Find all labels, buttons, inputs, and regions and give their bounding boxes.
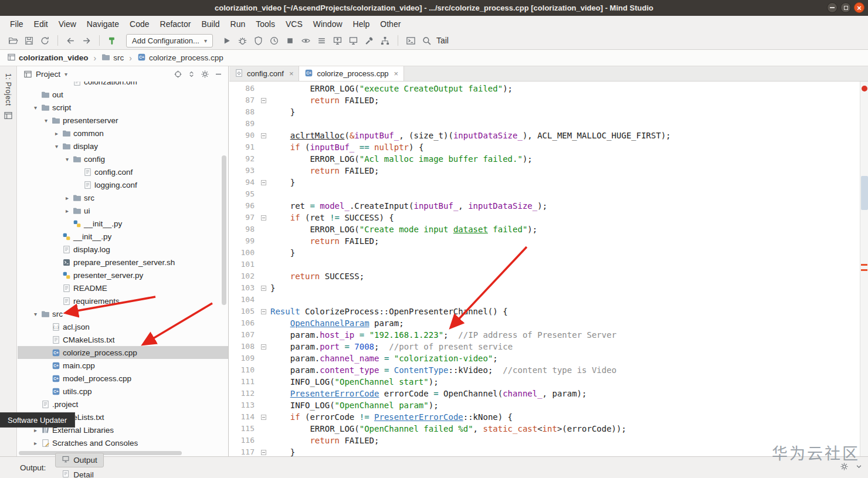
tree-item-init-py[interactable]: __init__.py [18,230,228,243]
line-number[interactable]: 89 [229,118,259,130]
code-line-116[interactable]: 116 return FAILED; [229,435,860,446]
menu-view[interactable]: View [53,16,82,32]
code-line-108[interactable]: 108 param.port = 7008; //port of present… [229,341,860,352]
search-icon[interactable] [419,34,434,48]
error-indicator-badge[interactable] [862,86,867,91]
line-number[interactable]: 106 [229,317,259,329]
menu-edit[interactable]: Edit [29,16,53,32]
tree-item-init-py[interactable]: __init__.py [18,217,228,230]
hide-panel-icon[interactable] [213,69,223,79]
tab-colorize-process-cpp[interactable]: C+colorize_process.cpp× [299,66,404,81]
code-line-110[interactable]: 110 param.content_type = ContentType::kV… [229,364,860,376]
code-line-101[interactable]: 101 [229,259,860,270]
fold-marker[interactable] [259,286,268,291]
editor-scrollbar-thumb[interactable] [861,176,868,210]
chevron-expanded-icon[interactable]: ▾ [63,156,71,162]
line-number[interactable]: 116 [229,435,259,446]
locate-target-icon[interactable] [172,69,183,79]
tree-item-readme[interactable]: README [18,282,228,294]
line-number[interactable]: 102 [229,270,259,282]
menu-code[interactable]: Code [124,16,154,32]
collapse-panel-icon[interactable] [855,462,863,473]
tree-item-display-log[interactable]: display.log [18,243,228,256]
code-line-111[interactable]: 111 INFO_LOG("OpenChannel start"); [229,376,860,388]
line-number[interactable]: 98 [229,223,259,235]
line-number[interactable]: 110 [229,364,259,376]
line-number[interactable]: 101 [229,259,259,270]
chevron-down-icon[interactable]: ▾ [65,71,67,77]
menu-icon[interactable] [314,34,329,48]
code-line-104[interactable]: 104 [229,294,860,306]
code-line-91[interactable]: 91 if (inputBuf_ == nullptr) { [229,141,860,153]
project-panel-title[interactable]: Project [36,70,60,79]
menu-file[interactable]: File [5,16,29,32]
back-icon[interactable] [63,34,78,48]
project-structure-icon[interactable] [378,34,392,48]
run-configuration-combo[interactable]: Add Configuration...▾ [126,34,213,48]
tree-item-display[interactable]: ▾display [18,140,228,152]
line-number[interactable]: 93 [229,165,259,177]
preview-eye-icon[interactable] [299,34,313,48]
close-icon[interactable]: × [289,69,294,78]
tree-item-ui[interactable]: ▸ui [18,204,228,217]
code-line-103[interactable]: 103} [229,282,860,294]
line-number[interactable]: 113 [229,399,259,411]
menu-build[interactable]: Build [196,16,225,32]
terminal-icon[interactable] [404,34,418,48]
collapse-all-icon[interactable] [186,69,196,79]
fold-marker[interactable] [259,133,268,138]
code-editor[interactable]: 86 ERROR_LOG("execute CreateOutput faile… [229,82,860,456]
tree-item-colorization-om[interactable]: colorization.om [18,82,228,88]
project-stripe-icon[interactable] [4,111,13,121]
presenter-server-icon[interactable] [346,34,361,48]
line-number[interactable]: 105 [229,306,259,317]
tree-item-project[interactable]: .project [18,398,228,411]
line-number[interactable]: 114 [229,411,259,423]
line-number[interactable]: 112 [229,388,259,399]
minimize-button[interactable] [827,2,838,13]
chevron-collapsed-icon[interactable]: ▸ [32,427,39,433]
code-line-98[interactable]: 98 ERROR_LOG("Create mode input dataset … [229,223,860,235]
code-line-114[interactable]: 114 if (errorCode != PresenterErrorCode:… [229,411,860,423]
fold-marker[interactable] [259,215,268,221]
sync-icon[interactable] [38,34,52,48]
code-line-90[interactable]: 90 aclrtMalloc(&inputBuf_, (size_t)(inpu… [229,130,860,141]
code-line-95[interactable]: 95 [229,188,860,200]
code-line-100[interactable]: 100 } [229,247,860,259]
line-number[interactable]: 107 [229,329,259,341]
line-number[interactable]: 104 [229,294,259,306]
line-number[interactable]: 94 [229,177,259,188]
fold-marker[interactable] [259,180,268,185]
code-line-89[interactable]: 89 [229,118,860,130]
line-number[interactable]: 90 [229,130,259,141]
bottom-tab-output[interactable]: Output [55,453,104,467]
line-number[interactable]: 92 [229,153,259,165]
chevron-expanded-icon[interactable]: ▾ [32,104,39,111]
close-icon[interactable]: × [394,69,399,78]
line-number[interactable]: 108 [229,341,259,352]
coverage-icon[interactable] [251,34,266,48]
code-line-113[interactable]: 113 INFO_LOG("OpenChannel param"); [229,399,860,411]
fold-marker[interactable] [259,450,268,455]
profiler-icon[interactable] [267,34,282,48]
line-number[interactable]: 100 [229,247,259,259]
settings-gear-icon[interactable] [199,69,210,79]
chevron-expanded-icon[interactable]: ▾ [53,143,60,150]
maximize-button[interactable] [840,2,851,13]
code-line-109[interactable]: 109 param.channel_name = "colorization-v… [229,352,860,364]
tab-config-conf[interactable]: config.conf× [229,66,299,81]
line-number[interactable]: 88 [229,106,259,118]
tree-item-main-cpp[interactable]: C+main.cpp [18,359,228,372]
breadcrumb-colorize-process-cpp[interactable]: C+colorize_process.cpp [136,53,225,63]
code-line-86[interactable]: 86 ERROR_LOG("execute CreateOutput faile… [229,83,860,94]
fold-marker[interactable] [259,309,268,314]
chevron-collapsed-icon[interactable]: ▸ [63,208,71,214]
tree-item-out[interactable]: out [18,88,228,101]
code-line-99[interactable]: 99 return FAILED; [229,235,860,247]
tree-item-config-conf[interactable]: config.conf [18,165,228,178]
code-line-107[interactable]: 107 param.host_ip = "192.168.1.223"; //I… [229,329,860,341]
close-button[interactable]: × [854,2,864,13]
tail-label[interactable]: Tail [436,36,449,45]
menu-window[interactable]: Window [308,16,348,32]
line-number[interactable]: 97 [229,212,259,223]
